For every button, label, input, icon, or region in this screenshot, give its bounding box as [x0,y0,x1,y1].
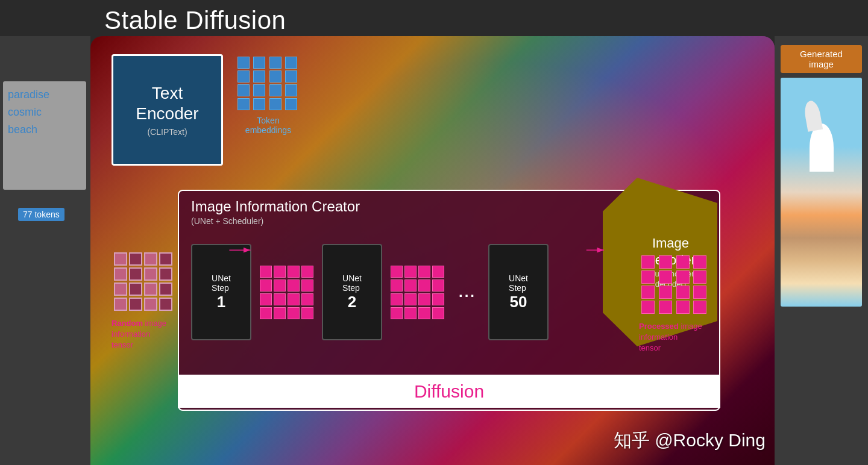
grid-cell [114,298,127,311]
processed-tensor-label: Processed imageinformationtensor [639,321,711,354]
grid-cell [114,252,127,266]
main-diagram: TextEncoder (CLIPText) Tokenembeddings [90,39,775,465]
between-grid-1 [257,263,316,322]
grid-cell [144,252,157,266]
unet-step-2: UNetStep 2 [322,244,382,340]
unet-step-50: UNetStep 50 [488,244,549,340]
grid-cell [269,70,281,83]
grid-cell [285,70,297,83]
grid-cell [269,98,281,110]
grid-cell [253,57,265,69]
left-sidebar: paradise cosmic beach 77 tokens [0,36,90,465]
pink-grid-1 [257,263,316,322]
unet-num-1: 1 [217,293,225,311]
text-encoder-box: TextEncoder (CLIPText) [112,54,223,166]
random-label-bold: Random [112,319,143,328]
grid-cell [269,84,281,96]
dots: ... [453,284,482,301]
grid-cell [253,98,265,110]
generated-image-label: Generated image [781,45,862,73]
pink-grid-2 [388,263,447,322]
grid-cell [285,57,297,69]
grid-cell [237,70,250,83]
grid-cell [285,84,297,96]
grid-cell [159,282,172,296]
random-tensor: Random imageinformation tensor [112,250,172,351]
token-embeddings: Tokenembeddings [235,54,301,135]
generated-image-preview [781,78,862,307]
unet-label-2: UNetStep [342,273,362,293]
between-grid-2 [388,263,447,322]
processed-label-bold: Processed [639,322,679,331]
grid-cell [129,282,142,296]
unet-label-50: UNetStep [509,273,528,293]
text-input-box: paradise cosmic beach [3,81,86,190]
watermark: 知乎 @Rocky Ding [614,428,766,453]
grid-cell [114,282,127,296]
text-encoder-subtitle: (CLIPText) [147,127,187,137]
grid-cell [114,267,127,281]
text-line-1: paradise [8,86,81,104]
diffusion-label: Diffusion [178,375,720,408]
grid-cell [129,298,142,311]
token-embeddings-grid [235,54,301,113]
grid-cell [253,84,265,96]
unet-label-1: UNetStep [212,273,231,293]
diffusion-text: Diffusion [414,381,484,402]
grid-cell [285,98,297,110]
grid-cell [237,98,250,110]
token-embeddings-label: Tokenembeddings [235,116,301,135]
grid-cell [129,252,142,266]
text-line-3: beach [8,121,81,139]
grid-cell [144,298,157,311]
random-tensor-grid [112,250,172,313]
unet-num-2: 2 [348,293,356,311]
grid-cell [129,267,142,281]
grid-cell [159,252,172,266]
processed-tensor: Processed imageinformationtensor [639,253,711,354]
grid-cell [237,57,250,69]
grid-cell [159,267,172,281]
text-line-2: cosmic [8,104,81,121]
page-title: Stable Diffusion [104,6,286,35]
grid-cell [237,84,250,96]
grid-cell [144,282,157,296]
grid-cell [269,57,281,69]
right-sidebar: Generated image [775,36,868,465]
random-tensor-label: Random imageinformation tensor [112,318,172,351]
grid-cell [144,267,157,281]
grid-cell [253,70,265,83]
text-encoder-title: TextEncoder [136,83,198,123]
processed-tensor-grid [639,253,711,316]
unet-step-1: UNetStep 1 [191,244,251,340]
unet-num-50: 50 [510,293,527,311]
grid-cell [159,298,172,311]
token-badge: 77 tokens [18,208,64,221]
